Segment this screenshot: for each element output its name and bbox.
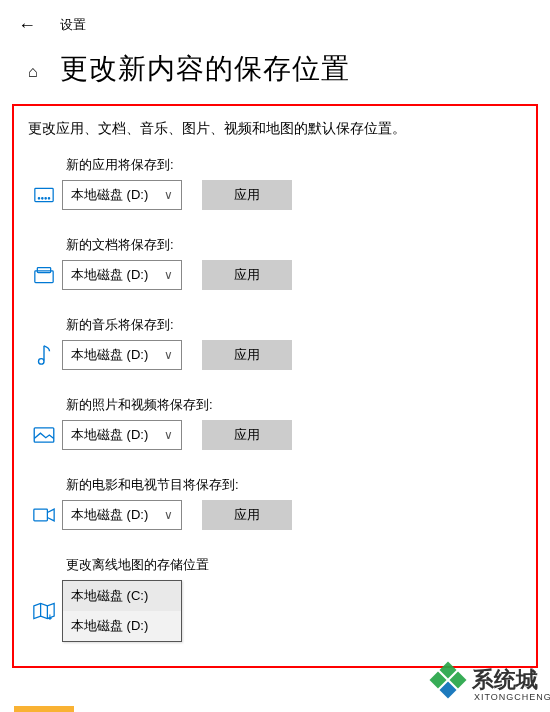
chevron-down-icon: ∨ <box>164 508 173 522</box>
home-icon[interactable]: ⌂ <box>28 63 38 81</box>
section-apps: 新的应用将保存到: 本地磁盘 (D:) ∨ 应用 <box>26 156 526 210</box>
section-movies: 新的电影和电视节目将保存到: 本地磁盘 (D:) ∨ 应用 <box>26 476 526 530</box>
section-music: 新的音乐将保存到: 本地磁盘 (D:) ∨ 应用 <box>26 316 526 370</box>
back-button[interactable]: ← <box>18 15 36 36</box>
section-maps: 更改离线地图的存储位置 本地磁盘 (C:) 本地磁盘 (D:) <box>26 556 526 642</box>
photos-apply-button[interactable]: 应用 <box>202 420 292 450</box>
highlighted-region: 更改应用、文档、音乐、图片、视频和地图的默认保存位置。 新的应用将保存到: 本地… <box>12 104 538 668</box>
svg-rect-9 <box>34 509 48 521</box>
docs-drive-value: 本地磁盘 (D:) <box>71 266 148 284</box>
movies-drive-value: 本地磁盘 (D:) <box>71 506 148 524</box>
music-icon <box>26 344 62 366</box>
apps-label: 新的应用将保存到: <box>66 156 526 174</box>
music-drive-value: 本地磁盘 (D:) <box>71 346 148 364</box>
photos-drive-value: 本地磁盘 (D:) <box>71 426 148 444</box>
music-label: 新的音乐将保存到: <box>66 316 526 334</box>
music-drive-select[interactable]: 本地磁盘 (D:) ∨ <box>62 340 182 370</box>
photos-label: 新的照片和视频将保存到: <box>66 396 526 414</box>
svg-point-4 <box>48 198 49 199</box>
photo-icon <box>26 427 62 443</box>
maps-drive-option-d[interactable]: 本地磁盘 (D:) <box>63 611 181 641</box>
svg-rect-6 <box>37 268 50 273</box>
apps-apply-button[interactable]: 应用 <box>202 180 292 210</box>
chevron-down-icon: ∨ <box>164 268 173 282</box>
svg-rect-0 <box>35 188 53 201</box>
svg-point-1 <box>38 198 39 199</box>
movies-drive-select[interactable]: 本地磁盘 (D:) ∨ <box>62 500 182 530</box>
docs-drive-select[interactable]: 本地磁盘 (D:) ∨ <box>62 260 182 290</box>
window-title: 设置 <box>60 16 86 34</box>
apps-icon <box>26 187 62 203</box>
chevron-down-icon: ∨ <box>164 188 173 202</box>
apps-drive-value: 本地磁盘 (D:) <box>71 186 148 204</box>
chevron-down-icon: ∨ <box>164 348 173 362</box>
docs-label: 新的文档将保存到: <box>66 236 526 254</box>
docs-apply-button[interactable]: 应用 <box>202 260 292 290</box>
document-icon <box>26 266 62 284</box>
section-photos: 新的照片和视频将保存到: 本地磁盘 (D:) ∨ 应用 <box>26 396 526 450</box>
movies-apply-button[interactable]: 应用 <box>202 500 292 530</box>
maps-drive-dropdown-open: 本地磁盘 (C:) 本地磁盘 (D:) <box>62 580 182 642</box>
page-subtitle: 更改应用、文档、音乐、图片、视频和地图的默认保存位置。 <box>24 120 526 138</box>
chevron-down-icon: ∨ <box>164 428 173 442</box>
watermark-sub: XITONGCHENG <box>474 692 550 702</box>
taskbar-fragment <box>14 706 74 712</box>
photos-drive-select[interactable]: 本地磁盘 (D:) ∨ <box>62 420 182 450</box>
maps-drive-dropdown-list: 本地磁盘 (C:) 本地磁盘 (D:) <box>62 580 182 642</box>
section-docs: 新的文档将保存到: 本地磁盘 (D:) ∨ 应用 <box>26 236 526 290</box>
watermark-text: 系统城 <box>472 665 538 695</box>
svg-rect-8 <box>34 428 54 442</box>
music-apply-button[interactable]: 应用 <box>202 340 292 370</box>
maps-drive-option-c[interactable]: 本地磁盘 (C:) <box>63 581 181 611</box>
maps-label: 更改离线地图的存储位置 <box>66 556 526 574</box>
svg-point-3 <box>45 198 46 199</box>
video-icon <box>26 508 62 522</box>
map-icon <box>26 602 62 620</box>
apps-drive-select[interactable]: 本地磁盘 (D:) ∨ <box>62 180 182 210</box>
svg-point-7 <box>39 359 45 365</box>
movies-label: 新的电影和电视节目将保存到: <box>66 476 526 494</box>
svg-point-2 <box>42 198 43 199</box>
page-title: 更改新内容的保存位置 <box>60 50 350 88</box>
